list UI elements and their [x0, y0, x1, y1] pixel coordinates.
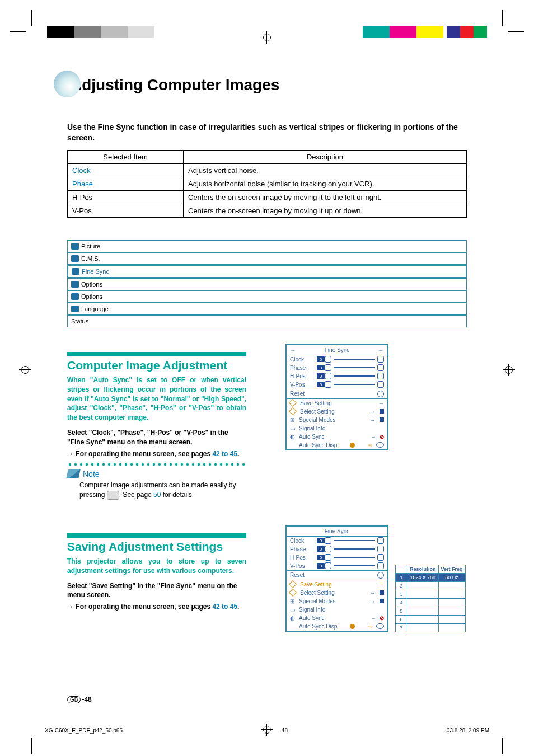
- osd-row-reset[interactable]: Reset: [287, 389, 387, 398]
- modes-icon: ⊞: [290, 417, 297, 423]
- tab-options-2[interactable]: Options: [67, 290, 467, 303]
- osd-row-signal-info[interactable]: ▭Signal Info: [287, 424, 387, 433]
- osd-row-clock[interactable]: Clock 0: [287, 537, 387, 545]
- th-blank: [396, 565, 407, 573]
- osd-row-clock[interactable]: Clock 0: [287, 355, 387, 364]
- diamond-icon: [289, 399, 297, 407]
- desc-phase: Adjusts horizontal noise (similar to tra…: [184, 177, 467, 190]
- term-vpos: V-Pos: [68, 204, 184, 217]
- osd-row-save-setting[interactable]: Save Setting→: [287, 398, 387, 407]
- osd-back-icon[interactable]: ←: [290, 347, 296, 354]
- osd-title: ← Fine Sync →: [287, 345, 387, 355]
- osd-row-phase[interactable]: Phase 0: [287, 364, 387, 372]
- section-divider: [67, 352, 246, 356]
- pages-42-45-link[interactable]: 42 to 45: [212, 450, 237, 458]
- osd-title: Fine Sync: [287, 527, 387, 537]
- tab-status[interactable]: Status: [67, 315, 467, 327]
- note-heading: Note: [67, 469, 246, 478]
- crop-mark: [502, 10, 503, 26]
- table-row[interactable]: 4: [396, 598, 466, 607]
- osd-row-vpos[interactable]: V-Pos 0: [287, 381, 387, 389]
- reset-icon: [377, 391, 384, 397]
- auto-sync-button-icon: [107, 491, 119, 500]
- document-meta: XG-C60X_E_PDF_p42_50.p65 48 03.8.28, 2:0…: [45, 727, 489, 734]
- osd-row-hpos[interactable]: H-Pos 0: [287, 553, 387, 562]
- arrow-right-icon: →: [370, 408, 376, 415]
- crop-mark: [10, 31, 26, 32]
- picture-icon: [71, 243, 79, 250]
- osd-row-select-setting[interactable]: Select Setting→: [287, 589, 387, 597]
- table-row[interactable]: 2: [396, 581, 466, 590]
- disabled-icon: ⊘: [380, 434, 384, 440]
- section-computer-image-adjustment: Computer Image Adjustment When "Auto Syn…: [67, 344, 467, 500]
- page-50-link[interactable]: 50: [153, 491, 161, 499]
- table-row[interactable]: 5: [396, 607, 466, 615]
- crop-mark: [31, 10, 32, 26]
- display-icon: [376, 442, 384, 448]
- options-icon: [71, 293, 79, 300]
- table-row[interactable]: 3: [396, 590, 466, 598]
- section-orb-icon: [54, 71, 81, 97]
- table-row: H-Pos Centers the on-screen image by mov…: [68, 190, 467, 204]
- osd-fine-sync-2: Fine Sync Clock 0 Phase 0 H-Pos 0: [285, 525, 388, 632]
- osd-forward-icon[interactable]: →: [378, 347, 384, 354]
- table-row: Clock Adjusts vertical noise.: [68, 163, 467, 177]
- osd-row-special-modes[interactable]: ⊞Special Modes→: [287, 416, 387, 424]
- table-row[interactable]: 1 1024 × 768 60 Hz: [396, 573, 466, 581]
- section-saving-adjustment-settings: Saving Adjustment Settings This projecto…: [67, 525, 467, 632]
- slider[interactable]: 0: [317, 356, 384, 362]
- tab-cms[interactable]: C.M.S.: [67, 252, 467, 265]
- sync-icon: ◐: [290, 434, 297, 440]
- note-icon: [66, 469, 80, 478]
- table-row[interactable]: 7: [396, 623, 466, 632]
- menu-tabs: Picture C.M.S. Fine Sync Options Options…: [67, 240, 467, 327]
- note-body: Computer image adjustments can be made e…: [79, 481, 246, 500]
- table-row[interactable]: 6: [396, 615, 466, 623]
- osd-fine-sync-1: ← Fine Sync → Clock 0 Phase 0 H-Pos 0: [285, 344, 388, 450]
- crop-mark: [508, 31, 524, 32]
- term-clock: Clock: [68, 163, 184, 177]
- osd-row-auto-sync[interactable]: ◐Auto Sync→⊘: [287, 614, 387, 622]
- sec1-title: Computer Image Adjustment: [67, 359, 246, 372]
- options-icon: [71, 281, 79, 288]
- registration-mark-icon: [503, 364, 515, 376]
- definitions-table: Selected Item Description Clock Adjusts …: [67, 150, 467, 218]
- tab-picture[interactable]: Picture: [67, 240, 467, 252]
- slider[interactable]: 0: [317, 365, 384, 370]
- meta-file: XG-C60X_E_PDF_p42_50.p65: [45, 727, 123, 734]
- gb-badge: GB: [67, 696, 81, 703]
- osd-row-phase[interactable]: Phase 0: [287, 545, 387, 553]
- stop-icon: [380, 417, 384, 422]
- osd-row-signal-info[interactable]: ▭Signal Info: [287, 605, 387, 614]
- print-color-bar-right: [363, 26, 487, 38]
- sec2-teal-paragraph: This projector allows you to store up to…: [67, 557, 246, 576]
- osd-row-auto-sync-disp[interactable]: Auto Sync Disp⇨: [287, 441, 387, 449]
- osd-row-vpos[interactable]: V-Pos 0: [287, 562, 387, 570]
- osd-row-save-setting[interactable]: Save Setting→: [287, 580, 387, 589]
- osd-row-reset[interactable]: Reset: [287, 570, 387, 580]
- desc-vpos: Centers the on-screen image by moving it…: [184, 204, 467, 217]
- osd-row-auto-sync-disp[interactable]: Auto Sync Disp⇨: [287, 622, 387, 631]
- section-divider: [67, 533, 246, 538]
- osd-row-auto-sync[interactable]: ◐Auto Sync→⊘: [287, 433, 387, 441]
- tab-options-1[interactable]: Options: [67, 278, 467, 290]
- slider[interactable]: 0: [317, 373, 384, 379]
- dot-divider: [67, 463, 246, 466]
- fine-sync-icon: [72, 268, 79, 275]
- slider[interactable]: 0: [317, 382, 384, 387]
- tab-language[interactable]: Language: [67, 303, 467, 315]
- th-vert-freq: Vert Freq: [438, 565, 465, 573]
- arrow-right-icon: →: [370, 417, 376, 423]
- registration-mark-icon: [19, 364, 31, 376]
- osd-row-select-setting[interactable]: Select Setting→: [287, 407, 387, 416]
- pages-42-45-link[interactable]: 42 to 45: [212, 603, 237, 611]
- table-row: V-Pos Centers the on-screen image by mov…: [68, 204, 467, 217]
- table-row: Phase Adjusts horizontal noise (similar …: [68, 177, 467, 190]
- osd-row-special-modes[interactable]: ⊞Special Modes→: [287, 597, 387, 605]
- osd-row-hpos[interactable]: H-Pos 0: [287, 372, 387, 381]
- radio-icon: [350, 443, 355, 448]
- arrow-right-icon: →: [371, 434, 376, 440]
- tab-fine-sync[interactable]: Fine Sync: [67, 265, 467, 278]
- arrow-right-icon: →: [378, 400, 384, 406]
- print-color-bar-left: [47, 26, 154, 38]
